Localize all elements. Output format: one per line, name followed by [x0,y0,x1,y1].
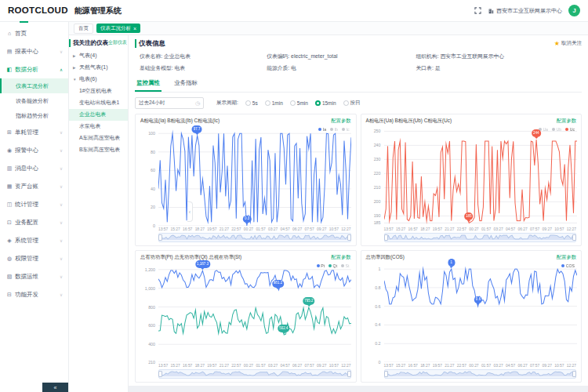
legend-item-Uc[interactable]: Uc [565,127,575,132]
meter-list-item[interactable]: A车间高压室电表 [69,132,128,144]
datazoom-slider[interactable] [158,233,351,242]
sidebar-item-home[interactable]: ⌂首页 [0,24,68,42]
tab-home[interactable]: 首页 [74,24,93,34]
period-option-按日[interactable]: 按日 [343,100,361,107]
datazoom-slider[interactable] [158,369,351,379]
period-option-15min[interactable]: 15min [315,100,336,107]
configure-params-link[interactable]: 配置参数 [331,118,350,125]
sidebar-item-data-analysis[interactable]: ◧数据分析∧ [0,60,68,78]
x-tick: 19:57 [433,364,442,368]
meter-list-item[interactable]: 1#空压机电表 [69,85,128,97]
legend-dot [341,264,344,267]
meter-list-item[interactable]: B车间高压室电表 [69,144,128,156]
chevron-down-icon: ∨ [60,166,63,171]
system-icon: ◈ [5,238,13,244]
configure-params-link[interactable]: 配置参数 [557,254,576,261]
sidebar-subitem[interactable]: 设备能效分析 [0,93,68,108]
legend-item-St[interactable]: St [341,263,349,268]
legend-item-Pt[interactable]: Pt [317,263,325,268]
sidebar-item-permission[interactable]: ◍权限管理∨ [0,249,68,267]
marker-0.3: 0.3 [243,216,251,223]
meter-group-label: 电表(6) [79,75,97,83]
legend-item-Ia[interactable]: Ia [318,127,326,132]
sidebar-subitem[interactable]: 指标趋势分析 [0,108,68,123]
x-tick: 21:27 [220,227,229,231]
sidebar-item-feature-dev[interactable]: ⊟功能开发∨ [0,285,68,303]
chart-legend: PtQtSt [317,263,350,268]
x-tick: 03:27 [493,227,503,231]
period-option-5min[interactable]: 5min [290,100,308,107]
sidebar-item-alarm-center[interactable]: ◉报警中心∨ [0,141,68,159]
legend-item-Ub[interactable]: Ub [552,127,561,132]
y-tick: 0 [153,223,155,228]
legend-item-Ib[interactable]: Ib [330,127,338,132]
chevron-down-icon: ∨ [60,220,63,225]
meter-field-label: 基础业务模型: [140,65,175,71]
tab-monitor-props[interactable]: 监控属性 [135,78,162,92]
x-tick: 18:27 [195,364,205,368]
legend-dot [561,264,564,267]
sidebar-item-message-center[interactable]: ▥消息中心∨ [0,159,68,177]
time-range-input[interactable]: 过去24小时 ◷ [135,97,204,109]
legend-item-Qt[interactable]: Qt [328,263,337,268]
collapse-watchlist-handle[interactable]: ‹ [187,201,193,222]
sidebar-item-business-config[interactable]: ⊡业务配置∨ [0,213,68,231]
sidebar-subitem[interactable]: 仪表工况分析 [0,78,68,93]
sidebar-item-label: 功能开发 [15,291,38,299]
sidebar-item-data-ops[interactable]: ▧数据运维∨ [0,267,68,285]
legend-dot [552,128,555,131]
sidebar-item-report-center[interactable]: ▤报表中心∨ [0,42,68,60]
meter-group[interactable]: ▶天然气表(1) [69,62,128,74]
meter-list-item[interactable]: 变电站出线电表1 [69,97,128,109]
period-option-label: 5s [252,100,258,106]
star-icon: ★ [554,40,560,47]
avatar[interactable]: J [568,5,580,16]
sidebar-item-asset-ledger[interactable]: ▦资产台账∨ [0,177,68,195]
org-selector[interactable]: 西安市工业互联网展示中心 [488,7,562,15]
tab-meter-analysis[interactable]: 仪表工况分析 × [96,24,140,33]
y-tick: 20 [151,205,155,209]
meter-group[interactable]: ▼电表(6) [69,74,128,85]
x-tick: 18:27 [420,364,430,368]
org-name: 西安市工业互联网展示中心 [496,7,562,15]
y-tick: 40 [151,187,155,191]
x-tick: 09:27 [317,227,326,231]
tab-business-metrics[interactable]: 业务指标 [172,78,199,92]
unfollow-button[interactable]: ★ 取消关注 [554,40,582,47]
x-tick: 00:27 [244,364,253,368]
chart-legend: COS [561,263,575,268]
all-meters-link[interactable]: 全部仪表 [108,39,127,46]
configure-params-link[interactable]: 配置参数 [557,118,576,125]
y-axis: 1,2001,000800600400210 [140,263,158,362]
sidebar-item-statistics[interactable]: ◫统计管理∨ [0,195,68,213]
y-tick: 0.8 [375,285,380,290]
y-tick: 0.6 [375,304,380,309]
meter-field: 仪表名称: 企业总电表 [140,53,267,60]
datazoom-slider[interactable] [384,369,577,379]
legend-item-Ic[interactable]: Ic [342,127,350,132]
meter-list-item[interactable]: 水泵电表 [69,121,128,132]
period-option-1min[interactable]: 1min [265,100,283,107]
filter-row: 过去24小时 ◷ 展示周期: 5s1min5min15min按日 [135,97,582,109]
asset-ledger-icon: ▦ [5,183,13,190]
rootcloud-logo: ROOTCLOUD [8,5,68,15]
datazoom-slider[interactable] [384,233,577,242]
x-tick: 16:57 [183,364,192,368]
configure-params-link[interactable]: 配置参数 [331,254,350,261]
sidebar-item-unit-consumption[interactable]: ⊞单耗管理∨ [0,123,68,141]
x-tick: 16:57 [408,364,418,368]
x-tick: 19:57 [207,227,216,231]
period-option-5s[interactable]: 5s [245,100,258,107]
x-tick: 09:27 [543,364,552,368]
meter-list-item[interactable]: 企业总电表 [69,109,128,121]
y-axis: 100806040200 [140,127,158,226]
x-tick: 07:57 [305,227,314,231]
chart-title: 总功率因数(COS) [366,254,405,261]
legend-item-COS[interactable]: COS [561,263,575,268]
sidebar-collapse-button[interactable]: « [42,383,68,392]
meter-group[interactable]: ▶气表(4) [69,50,128,62]
x-tick: 13:57 [384,364,394,368]
fullscreen-icon[interactable] [474,7,481,14]
sidebar-item-system[interactable]: ◈系统管理∨ [0,231,68,249]
close-icon[interactable]: × [133,26,136,31]
